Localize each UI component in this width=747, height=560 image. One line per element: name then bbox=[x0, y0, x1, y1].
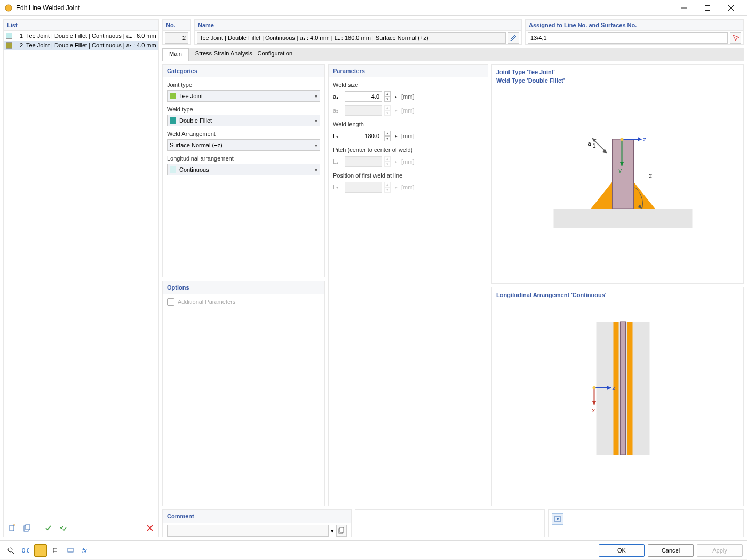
chevron-down-icon: ▾ bbox=[315, 167, 317, 173]
units-icon[interactable]: 0,00 bbox=[19, 544, 32, 557]
edit-name-icon[interactable] bbox=[508, 32, 519, 44]
svg-point-0 bbox=[5, 5, 12, 11]
titlebar: Edit Line Welded Joint bbox=[0, 0, 747, 16]
l3-input bbox=[345, 182, 382, 193]
new-icon[interactable] bbox=[6, 522, 19, 534]
app-icon bbox=[4, 4, 13, 12]
name-box: Name bbox=[194, 19, 522, 45]
categories-panel: Categories Joint type Tee Joint ▾ Weld t… bbox=[162, 64, 325, 277]
svg-marker-12 bbox=[634, 182, 655, 209]
chevron-down-icon: ▾ bbox=[315, 142, 317, 148]
comment-input[interactable] bbox=[167, 525, 329, 537]
list-item[interactable]: 1 Tee Joint | Double Fillet | Continuous… bbox=[4, 31, 158, 41]
close-button[interactable] bbox=[719, 1, 743, 15]
svg-text:0,00: 0,00 bbox=[22, 547, 29, 554]
joint-diagram: z y a1 α bbox=[496, 86, 739, 241]
list-toolbar bbox=[4, 519, 158, 537]
svg-text:z: z bbox=[643, 136, 647, 142]
square-swatch-icon bbox=[170, 166, 176, 173]
search-icon[interactable] bbox=[4, 544, 17, 557]
window-title: Edit Line Welded Joint bbox=[16, 4, 672, 12]
spinner-icon[interactable]: ▲▼ bbox=[384, 91, 391, 102]
svg-text:z: z bbox=[613, 385, 616, 391]
dialog-footer: 0,00 fx OK Cancel Apply bbox=[0, 540, 747, 559]
check-icon[interactable] bbox=[42, 522, 55, 534]
checkbox-icon bbox=[167, 298, 174, 306]
assign-input[interactable] bbox=[528, 32, 728, 44]
apply-button[interactable]: Apply bbox=[697, 544, 743, 557]
longitudinal-select[interactable]: Continuous ▾ bbox=[167, 164, 320, 175]
svg-text:fx: fx bbox=[82, 547, 87, 554]
copy-icon[interactable] bbox=[21, 522, 34, 534]
arrow-right-icon: ▸ bbox=[393, 185, 399, 190]
svg-point-38 bbox=[593, 386, 596, 389]
function-icon[interactable]: fx bbox=[79, 544, 92, 557]
action-panel bbox=[548, 509, 744, 537]
arrow-right-icon: ▸ bbox=[393, 108, 399, 113]
svg-text:x: x bbox=[592, 407, 595, 413]
arrangement-select[interactable]: Surface Normal (+z) ▾ bbox=[167, 139, 320, 151]
item-swatch bbox=[6, 42, 12, 49]
tab-main[interactable]: Main bbox=[162, 48, 189, 61]
color-swatch-icon[interactable] bbox=[34, 544, 47, 557]
maximize-button[interactable] bbox=[696, 1, 719, 15]
weld-type-select[interactable]: Double Fillet ▾ bbox=[167, 115, 320, 126]
no-box: No. bbox=[162, 19, 191, 45]
name-input[interactable] bbox=[197, 32, 506, 44]
view-icon[interactable] bbox=[64, 544, 77, 557]
no-input[interactable] bbox=[165, 32, 188, 44]
options-panel: Options Additional Parameters bbox=[162, 281, 325, 506]
apply-settings-icon[interactable] bbox=[552, 513, 563, 525]
svg-rect-49 bbox=[68, 548, 73, 552]
svg-line-44 bbox=[12, 551, 14, 554]
chevron-down-icon: ▾ bbox=[315, 93, 317, 99]
minimize-button[interactable] bbox=[672, 1, 696, 15]
list-panel: List 1 Tee Joint | Double Fillet | Conti… bbox=[3, 19, 159, 537]
spinner-icon: ▲▼ bbox=[384, 156, 391, 167]
comment-panel: Comment ▾ bbox=[162, 509, 352, 537]
tree-icon[interactable] bbox=[49, 544, 62, 557]
list-header: List bbox=[4, 20, 158, 31]
square-swatch-icon bbox=[170, 117, 176, 124]
list-item[interactable]: 2 Tee Joint | Double Fillet | Continuous… bbox=[4, 41, 158, 50]
svg-text:α: α bbox=[649, 172, 653, 179]
svg-rect-5 bbox=[10, 525, 14, 531]
svg-marker-11 bbox=[591, 182, 613, 209]
joint-type-select[interactable]: Tee Joint ▾ bbox=[167, 90, 320, 102]
assign-box: Assigned to Line No. and Surfaces No. bbox=[525, 19, 744, 45]
svg-marker-15 bbox=[638, 137, 642, 141]
checkall-icon[interactable] bbox=[57, 522, 70, 534]
comment-copy-icon[interactable] bbox=[336, 525, 347, 537]
ok-button[interactable]: OK bbox=[599, 544, 645, 557]
arrow-right-icon[interactable]: ▸ bbox=[393, 133, 399, 139]
spinner-icon: ▲▼ bbox=[384, 182, 391, 193]
svg-rect-2 bbox=[705, 5, 710, 10]
chevron-down-icon: ▾ bbox=[315, 118, 317, 124]
blank-panel bbox=[355, 509, 544, 537]
square-swatch-icon bbox=[170, 93, 176, 99]
l2-input bbox=[345, 156, 382, 167]
arrow-right-icon: ▸ bbox=[393, 159, 399, 164]
a2-input bbox=[345, 105, 382, 116]
svg-point-42 bbox=[557, 518, 559, 520]
spinner-icon[interactable]: ▲▼ bbox=[384, 131, 391, 141]
svg-rect-13 bbox=[613, 139, 634, 209]
preview-long-panel: Longitudinal Arrangement 'Continuous' z bbox=[491, 287, 744, 507]
svg-rect-30 bbox=[627, 322, 633, 455]
arrow-right-icon[interactable]: ▸ bbox=[393, 94, 399, 99]
preview-joint-panel: Joint Type 'Tee Joint' Weld Type 'Double… bbox=[491, 64, 744, 284]
additional-params-checkbox[interactable]: Additional Parameters bbox=[167, 298, 320, 306]
svg-rect-7 bbox=[26, 525, 30, 530]
tabs: Main Stress-Strain Analysis - Configurat… bbox=[162, 48, 744, 61]
list-items: 1 Tee Joint | Double Fillet | Continuous… bbox=[4, 31, 158, 519]
l1-input[interactable] bbox=[345, 131, 382, 141]
delete-icon[interactable] bbox=[144, 522, 156, 534]
chevron-down-icon[interactable]: ▾ bbox=[331, 527, 334, 534]
a1-input[interactable] bbox=[345, 91, 382, 102]
svg-rect-10 bbox=[554, 209, 693, 228]
svg-text:1: 1 bbox=[593, 142, 596, 149]
item-swatch bbox=[6, 33, 12, 39]
pick-icon[interactable] bbox=[730, 32, 741, 44]
cancel-button[interactable]: Cancel bbox=[648, 544, 694, 557]
tab-ssa[interactable]: Stress-Strain Analysis - Configuration bbox=[189, 48, 299, 61]
